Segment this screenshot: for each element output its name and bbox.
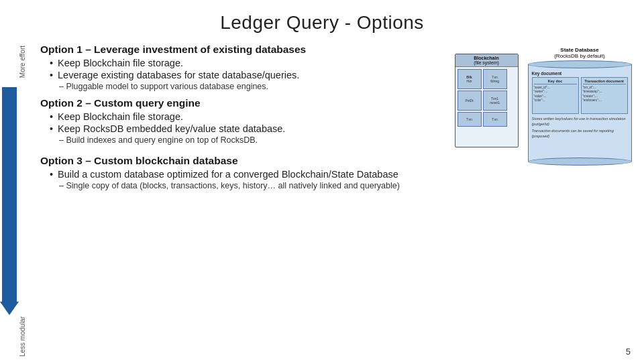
slide-page: Ledger Query - Options More effort Less … [0,0,644,362]
state-db-cylinder: Key document Key doc "asset_id":... "own… [524,60,636,166]
option1-subbullet: Pluggable model to support various datab… [59,82,443,91]
page-number: 5 [626,347,631,357]
more-effort-label: More effort [19,46,34,78]
transaction-note: Transaction documents can be saved for r… [532,129,628,139]
option1-bullets: Keep Blockchain file storage. Leverage e… [50,58,443,80]
less-modular-label: Less modular [19,316,34,357]
left-labels: More effort Less modular [0,40,35,362]
option2-title: Option 2 – Custom query engine [40,97,443,109]
key-doc-col: Key doc "asset_id":... "owner":... "valu… [532,77,579,114]
arrow-column [0,40,19,362]
key-doc-label: Key document [532,71,628,76]
option3-bullet1: Build a custom database optimized for a … [50,169,443,180]
state-db-container: State Database(RocksDB by default) Key d… [524,47,636,166]
arrow-body [2,87,17,302]
side-labels-column: More effort Less modular [19,40,34,362]
option2-bullet2: Keep RocksDB embedded key/value state da… [50,123,443,134]
option3-section: Option 3 – Custom blockchain database Bu… [40,155,443,192]
option2-section: Option 2 – Custom query engine Keep Bloc… [40,97,443,147]
option1-bullet2: Leverage existing databases for state da… [50,70,443,80]
option1-title: Option 1 – Leverage investment of existi… [40,44,443,56]
option3-subbullet: Single copy of data (blocks, transaction… [59,181,443,190]
option2-bullets: Keep Blockchain file storage. Keep Rocks… [50,111,443,134]
main-content: Option 1 – Leverage investment of existi… [35,40,449,362]
option2-bullet1: Keep Blockchain file storage. [50,111,443,122]
txn-doc-col: Transaction document "txn_id":... "times… [581,77,628,114]
option1-bullet1: Keep Blockchain file storage. [50,58,443,68]
content-area: More effort Less modular Option 1 – Leve… [0,40,644,362]
blockchain-box: Blockchain(file system) Blk Hdr Txn Wrtn… [455,54,519,147]
diagram-area: Blockchain(file system) Blk Hdr Txn Wrtn… [449,40,644,362]
option3-title: Option 3 – Custom blockchain database [40,155,443,167]
option2-subbullet: Build indexes and query engine on top of… [59,135,443,145]
option1-section: Option 1 – Leverage investment of existi… [40,44,443,93]
blockchain-title: Blockchain(file system) [455,54,518,67]
option3-bullets: Build a custom database optimized for a … [50,169,443,180]
state-db-title: State Database(RocksDB by default) [524,47,636,59]
arrow-head [0,302,19,315]
key-value-note: Stores written key/values for use in tra… [532,117,628,127]
blockchain-rows: Blk Hdr Txn Wrtng PvtDt [455,67,518,129]
slide-title: Ledger Query - Options [0,0,644,40]
effort-arrow [0,87,19,315]
